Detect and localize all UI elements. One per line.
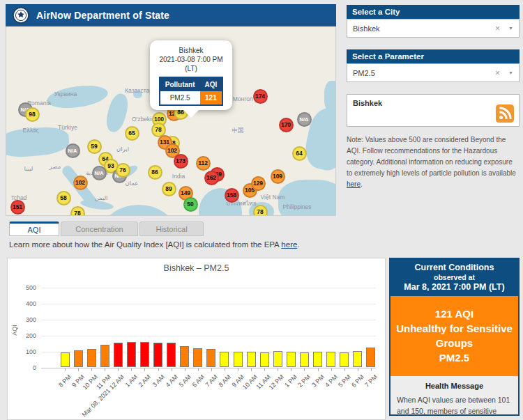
chart-x-label: 4 AM xyxy=(164,373,179,389)
map-aqi-marker[interactable]: 151 xyxy=(10,200,25,215)
chart-x-tick xyxy=(172,368,172,371)
popup-datetime: 2021-03-08 7:00 PM xyxy=(153,55,229,64)
clear-parameter-icon[interactable]: × xyxy=(495,68,500,78)
chart-bar xyxy=(61,352,70,367)
popup-pollutant-value: PM2.5 xyxy=(160,91,200,105)
conditions-datetime: Mar 8, 2021 7:00 PM (LT) xyxy=(393,282,515,292)
chart-bar xyxy=(273,351,282,367)
map-aqi-marker[interactable]: 174 xyxy=(253,89,268,104)
chart-bar xyxy=(127,342,136,367)
chart-x-tick xyxy=(91,368,92,371)
parameter-select-value: PM2.5 xyxy=(353,69,495,77)
chart-bar xyxy=(326,352,335,367)
tab-historical[interactable]: Historical xyxy=(139,221,204,236)
city-select-value: Bishkek xyxy=(353,24,495,33)
chart-bar xyxy=(313,352,322,367)
chart-x-label: 6 AM xyxy=(190,373,206,389)
parameter-select[interactable]: PM2.5 × ▼ xyxy=(347,63,520,82)
map-aqi-marker[interactable]: 86 xyxy=(148,165,162,180)
map-country-label: Việt Nam xyxy=(261,194,285,201)
map-aqi-marker[interactable]: 59 xyxy=(87,139,102,154)
chart-x-tick xyxy=(358,368,358,371)
chevron-down-icon[interactable]: ▼ xyxy=(508,70,513,75)
map-aqi-marker[interactable]: 65 xyxy=(125,126,139,141)
map-aqi-marker[interactable]: 76 xyxy=(116,163,130,178)
tab-bar: AQI Concentration Historical xyxy=(9,221,204,236)
tab-concentration[interactable]: Concentration xyxy=(61,221,138,236)
city-select[interactable]: Bishkek × ▼ xyxy=(347,19,520,38)
beyond-aqi-note: Note: Values above 500 are considered Be… xyxy=(347,134,520,190)
map-aqi-marker[interactable]: 89 xyxy=(162,182,176,196)
rss-icon[interactable] xyxy=(496,104,514,123)
map-country-label: Казахстан xyxy=(125,87,153,94)
chart-x-tick xyxy=(304,368,305,371)
current-conditions-panel: Current Conditions observed at Mar 8, 20… xyxy=(389,258,520,416)
chart-bar xyxy=(353,351,362,367)
chart-x-label: 5 AM xyxy=(177,373,192,389)
chart-x-tick xyxy=(371,368,372,371)
map-aqi-marker[interactable]: 170 xyxy=(279,118,294,132)
chart-x-label: 1 PM xyxy=(283,373,298,389)
chart-x-tick xyxy=(105,368,105,371)
map-aqi-marker[interactable]: 173 xyxy=(174,154,188,169)
app-title: AirNow Department of State xyxy=(36,10,169,21)
map-country-label: Türkiye xyxy=(58,124,77,131)
map-country-label: Philippines xyxy=(282,203,311,210)
clear-city-icon[interactable]: × xyxy=(495,24,500,33)
note-here-link[interactable]: here xyxy=(347,180,361,188)
epa-here-link[interactable]: here xyxy=(281,240,297,249)
aqi-value: 121 AQI xyxy=(395,306,514,321)
chart-bar xyxy=(300,352,309,367)
chart-x-tick xyxy=(318,368,319,371)
chart-bar xyxy=(100,345,109,367)
chart-x-label: 8 PM xyxy=(57,373,73,389)
chart-y-axis-label: AQI xyxy=(11,325,18,336)
chart-bar xyxy=(153,343,162,367)
map-popup: Bishkek 2021-03-08 7:00 PM (LT) Pollutan… xyxy=(150,40,232,110)
map-aqi-marker[interactable]: 109 xyxy=(271,169,285,184)
map-aqi-marker[interactable]: 64 xyxy=(292,146,307,161)
map-aqi-marker[interactable]: N/A xyxy=(297,112,312,127)
chart-x-tick xyxy=(211,368,212,371)
map-aqi-marker[interactable]: 78 xyxy=(253,205,268,217)
chart-bar xyxy=(74,350,83,367)
aqi-world-map[interactable]: УкраинаRomaniaTürkiyeΕλλάςКазахстанO'zbe… xyxy=(6,26,336,216)
map-aqi-marker[interactable]: 158 xyxy=(225,188,239,203)
chart-x-label: 7 AM xyxy=(204,373,219,389)
sidebar: Select a City Bishkek × ▼ Select a Param… xyxy=(347,5,520,190)
chart-x-tick xyxy=(278,368,278,371)
learn-more-text: Learn more about how the Air Quality Ind… xyxy=(9,240,300,249)
chart-bar xyxy=(247,352,256,367)
map-aqi-marker[interactable]: N/A xyxy=(92,166,107,180)
map-aqi-marker[interactable]: N/A xyxy=(66,143,80,158)
popup-timezone: (LT) xyxy=(153,64,229,73)
chart-bar xyxy=(167,343,176,367)
map-country-label: ايران xyxy=(116,146,129,153)
select-parameter-header: Select a Parameter xyxy=(347,49,520,63)
app-header: AirNow Department of State xyxy=(6,4,336,26)
popup-col-pollutant: Pollutant xyxy=(160,77,200,91)
water-arabian-sea xyxy=(104,205,174,216)
map-aqi-marker[interactable]: 162 xyxy=(204,171,219,185)
map-aqi-marker[interactable]: 50 xyxy=(183,197,198,212)
map-aqi-marker[interactable]: 112 xyxy=(196,156,211,171)
map-aqi-marker[interactable]: 129 xyxy=(251,176,266,191)
map-aqi-marker[interactable]: 58 xyxy=(56,191,71,205)
map-aqi-marker[interactable]: 78 xyxy=(70,206,85,217)
map-aqi-marker[interactable]: 102 xyxy=(73,176,88,190)
chart-bar xyxy=(193,348,202,367)
map-aqi-marker[interactable]: 98 xyxy=(25,107,40,122)
chevron-down-icon[interactable]: ▼ xyxy=(508,26,513,31)
rss-feed-box: Bishkek xyxy=(347,94,520,127)
chart-x-label: 8 AM xyxy=(217,373,232,389)
chart-x-tick xyxy=(118,368,119,371)
tab-aqi[interactable]: AQI xyxy=(9,221,59,236)
rss-city-title: Bishkek xyxy=(353,99,513,107)
chart-gridline xyxy=(41,304,376,304)
popup-city: Bishkek xyxy=(153,46,229,55)
chart-x-tick xyxy=(264,368,265,371)
chart-x-label: 7 PM xyxy=(363,373,379,389)
aqi-category: Unhealthy for Sensitive Groups xyxy=(395,321,514,350)
conditions-header: Current Conditions observed at Mar 8, 20… xyxy=(391,259,518,296)
health-message-section: Health Message When AQI values are betwe… xyxy=(391,376,518,420)
